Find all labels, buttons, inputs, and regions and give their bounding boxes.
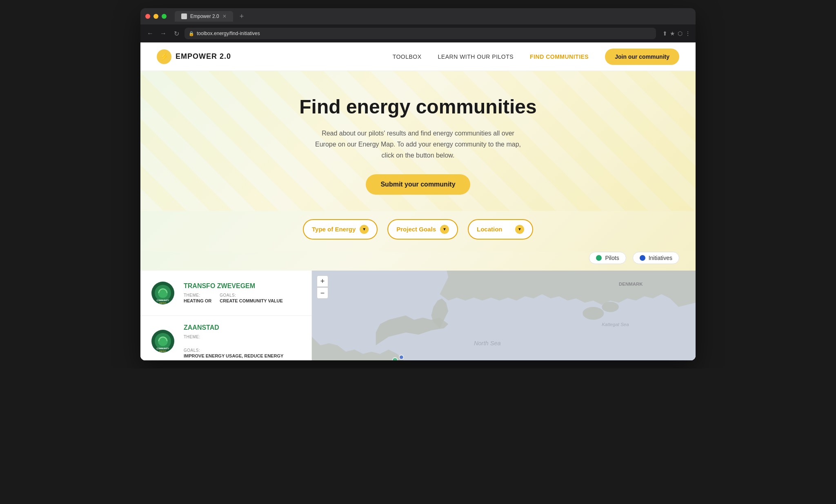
svg-point-2 (158, 288, 168, 298)
extensions-icon[interactable]: ⬡ (678, 30, 683, 37)
svg-point-12 (602, 302, 619, 312)
nav-links: TOOLBOX LEARN WITH OUR PILOTS FIND COMMU… (393, 49, 679, 65)
logo[interactable]: ⚡ EMPOWER 2.0 (157, 49, 231, 64)
initiatives-label: Initiatives (649, 255, 672, 261)
denmark-label: DENMARK (619, 281, 643, 286)
browser-tab[interactable]: Empower 2.0 ✕ (175, 11, 233, 22)
goals-value-transfo: CREATE COMMUNITY VALUE (220, 298, 283, 303)
address-bar[interactable]: 🔒 toolbox.energy/find-initiatives (185, 28, 656, 39)
community-meta-transfo: THEME: HEATING OR GOALS: CREATE COMMUNIT… (184, 293, 303, 303)
back-button[interactable]: ← (145, 29, 155, 38)
svg-point-11 (583, 307, 604, 320)
project-goals-filter[interactable]: Project Goals ▼ (387, 219, 458, 240)
type-of-energy-filter[interactable]: Type of Energy ▼ (303, 219, 378, 240)
website-content: ⚡ EMPOWER 2.0 TOOLBOX LEARN WITH OUR PIL… (140, 42, 696, 360)
community-card-transfo[interactable]: COMMUNITY ENERGY TRANSFO ZWEVEGEM THEME:… (140, 271, 311, 316)
nav-link-communities[interactable]: FIND COMMUNITIES (530, 53, 589, 60)
lock-icon: 🔒 (189, 31, 194, 36)
community-logo-transfo: COMMUNITY ENERGY (149, 279, 177, 307)
zoom-out-button[interactable]: − (317, 287, 328, 299)
legend-pilots[interactable]: Pilots (589, 252, 626, 264)
community-meta-zaanstad: THEME: GOALS: IMPROVE ENERGY USAGE, REDU… (184, 335, 303, 358)
initiatives-dot-icon (640, 255, 645, 261)
legend-row: Pilots Initiatives (140, 252, 696, 271)
community-name-zaanstad: ZAANSTAD (184, 324, 303, 331)
north-sea-label: North Sea (474, 340, 501, 346)
tab-title: Empower 2.0 (190, 13, 219, 19)
pilots-dot-icon (596, 255, 602, 261)
join-community-button[interactable]: Join our community (605, 49, 679, 65)
location-filter[interactable]: Location ▼ (468, 219, 533, 240)
location-arrow-icon: ▼ (515, 225, 524, 234)
meta-theme-zaanstad: THEME: (184, 335, 200, 340)
meta-goals-transfo: GOALS: CREATE COMMUNITY VALUE (220, 293, 283, 303)
site-nav: ⚡ EMPOWER 2.0 TOOLBOX LEARN WITH OUR PIL… (140, 42, 696, 71)
main-content: COMMUNITY ENERGY TRANSFO ZWEVEGEM THEME:… (140, 271, 696, 360)
nav-link-pilots[interactable]: LEARN WITH OUR PILOTS (438, 53, 514, 60)
community-logo-zaanstad: COMMUNITY ENERGY (149, 327, 177, 355)
forward-button[interactable]: → (158, 29, 168, 38)
community-info-zaanstad: ZAANSTAD THEME: GOALS: IMPROVE ENERGY US… (184, 324, 303, 358)
nav-link-toolbox[interactable]: TOOLBOX (393, 53, 422, 60)
legend-initiatives[interactable]: Initiatives (633, 252, 679, 264)
tab-close-icon[interactable]: ✕ (222, 13, 227, 19)
svg-text:COMMUNITY: COMMUNITY (157, 347, 169, 350)
new-tab-button[interactable]: + (240, 12, 244, 21)
browser-titlebar: Empower 2.0 ✕ + (140, 8, 696, 24)
goals-label-zaanstad: GOALS: (184, 348, 283, 353)
kattegat-label: Kattegat Sea (602, 322, 629, 327)
toolbar-actions: ⬆ ★ ⬡ ⋮ (663, 30, 691, 37)
filters-section: Type of Energy ▼ Project Goals ▼ Locatio… (140, 211, 696, 252)
browser-toolbar: ← → ↻ 🔒 toolbox.energy/find-initiatives … (140, 24, 696, 42)
svg-text:COMMUNITY: COMMUNITY (157, 299, 169, 302)
pilots-label: Pilots (605, 255, 619, 261)
project-goals-arrow-icon: ▼ (440, 225, 449, 234)
zoom-in-button[interactable]: + (317, 275, 328, 287)
theme-value-transfo: HEATING OR (184, 298, 211, 303)
community-info-transfo: TRANSFO ZWEVEGEM THEME: HEATING OR GOALS… (184, 282, 303, 303)
hero-description: Read about our pilots' results and find … (312, 128, 524, 161)
svg-text:ENERGY: ENERGY (160, 302, 167, 304)
svg-point-14 (399, 355, 403, 359)
community-list: COMMUNITY ENERGY TRANSFO ZWEVEGEM THEME:… (140, 271, 312, 360)
hero-title: Find energy communities (299, 95, 536, 118)
svg-point-7 (158, 336, 168, 346)
type-of-energy-label: Type of Energy (312, 226, 356, 233)
hero-section: Find energy communities Read about our p… (140, 71, 696, 211)
url-text: toolbox.energy/find-initiatives (197, 31, 260, 36)
svg-text:ENERGY: ENERGY (160, 350, 167, 352)
goals-value-zaanstad: IMPROVE ENERGY USAGE, REDUCE ENERGY (184, 353, 283, 358)
close-button[interactable] (145, 14, 150, 19)
map-controls: + − (317, 275, 328, 299)
bookmark-icon[interactable]: ★ (670, 30, 675, 37)
goals-label-transfo: GOALS: (220, 293, 283, 298)
community-card-zaanstad[interactable]: COMMUNITY ENERGY ZAANSTAD THEME: (140, 316, 311, 360)
menu-icon[interactable]: ⋮ (685, 30, 691, 37)
logo-icon: ⚡ (157, 49, 171, 64)
meta-theme-transfo: THEME: HEATING OR (184, 293, 211, 303)
community-name-transfo: TRANSFO ZWEVEGEM (184, 282, 303, 290)
type-of-energy-arrow-icon: ▼ (360, 225, 369, 234)
share-icon[interactable]: ⬆ (663, 30, 667, 37)
minimize-button[interactable] (153, 14, 158, 19)
theme-label-transfo: THEME: (184, 293, 211, 298)
meta-goals-zaanstad: GOALS: IMPROVE ENERGY USAGE, REDUCE ENER… (184, 348, 283, 358)
refresh-button[interactable]: ↻ (171, 29, 181, 38)
browser-window: Empower 2.0 ✕ + ← → ↻ 🔒 toolbox.energy/f… (140, 8, 696, 360)
theme-label-zaanstad: THEME: (184, 335, 200, 339)
location-label: Location (477, 226, 502, 233)
project-goals-label: Project Goals (396, 226, 436, 233)
maximize-button[interactable] (162, 14, 167, 19)
submit-community-button[interactable]: Submit your community (366, 174, 470, 195)
logo-text: EMPOWER 2.0 (176, 52, 231, 61)
tab-favicon (181, 13, 187, 19)
map-container[interactable]: North Sea Kattegat Sea DENMARK + − (312, 271, 696, 360)
svg-point-13 (392, 357, 398, 360)
